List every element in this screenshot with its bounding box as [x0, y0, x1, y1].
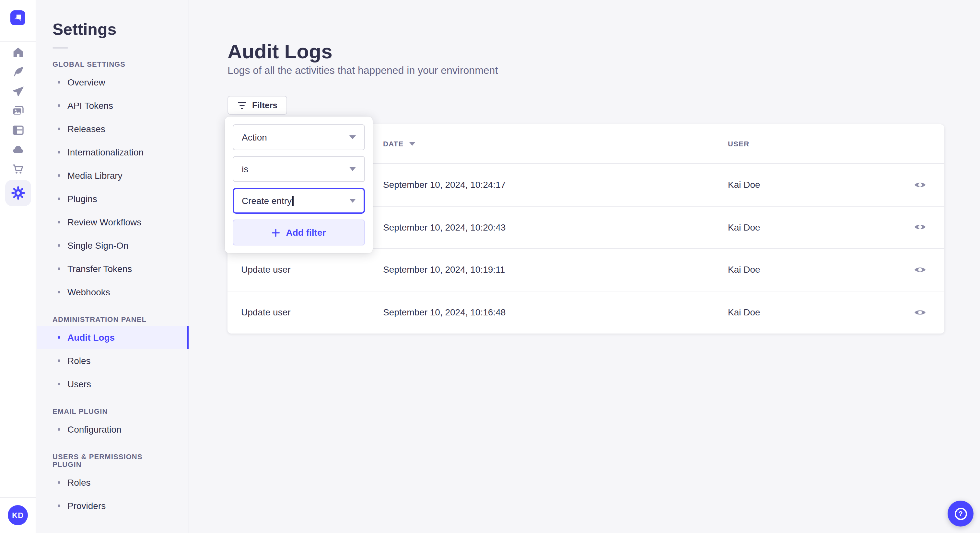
- view-details-eye-icon[interactable]: [911, 263, 929, 276]
- section-label: USERS & PERMISSIONS PLUGIN: [52, 453, 173, 468]
- cart-icon[interactable]: [0, 159, 36, 179]
- chevron-down-icon: [349, 167, 356, 171]
- main-content: Audit Logs Logs of all the activities th…: [190, 0, 980, 533]
- strapi-logo-icon: [10, 10, 25, 25]
- page-title: Audit Logs: [228, 40, 332, 64]
- main-nav-strip: KD: [0, 0, 36, 533]
- strip-icon-list: [0, 43, 36, 207]
- layout-icon[interactable]: [0, 121, 36, 140]
- cell-user: Kai Doe: [728, 222, 907, 233]
- filter-popup: Action is Create entry Add filter: [225, 117, 373, 253]
- filters-button[interactable]: Filters: [228, 96, 287, 115]
- active-nav-pill: [5, 180, 31, 206]
- bullet-icon: [58, 336, 60, 339]
- bullet-icon: [58, 151, 60, 154]
- bullet-icon: [58, 291, 60, 293]
- strip-bottom-divider: [0, 497, 36, 498]
- bullet-icon: [58, 383, 60, 385]
- sidebar-title: Settings: [52, 19, 189, 39]
- sidebar-item-single-sign-on[interactable]: Single Sign-On: [37, 234, 189, 257]
- add-filter-label: Add filter: [286, 227, 326, 238]
- view-details-eye-icon[interactable]: [911, 178, 929, 192]
- plus-icon: [272, 228, 280, 237]
- help-button[interactable]: ?: [948, 501, 974, 527]
- sidebar-item-api-tokens[interactable]: API Tokens: [37, 94, 189, 117]
- view-details-eye-icon[interactable]: [911, 306, 929, 319]
- bullet-icon: [58, 81, 60, 84]
- page-subtitle: Logs of all the activities that happened…: [228, 65, 498, 76]
- sidebar-item-webhooks[interactable]: Webhooks: [37, 281, 189, 304]
- cloud-icon[interactable]: [0, 140, 36, 159]
- sidebar-item-up-providers[interactable]: Providers: [37, 494, 189, 517]
- filter-operator-value: is: [242, 164, 248, 174]
- bullet-icon: [58, 481, 60, 484]
- section-global-settings: GLOBAL SETTINGS Overview API Tokens Rele…: [37, 60, 189, 304]
- strapi-logo[interactable]: [10, 10, 25, 25]
- paper-plane-icon[interactable]: [0, 82, 36, 101]
- section-email-plugin: EMAIL PLUGIN Configuration: [37, 408, 189, 441]
- sidebar-item-admin-roles[interactable]: Roles: [37, 349, 189, 373]
- sidebar-item-review-workflows[interactable]: Review Workflows: [37, 211, 189, 234]
- bullet-icon: [58, 198, 60, 200]
- filter-icon: [237, 102, 247, 109]
- bullet-icon: [58, 174, 60, 177]
- sidebar-item-admin-users[interactable]: Users: [37, 373, 189, 396]
- home-icon[interactable]: [0, 43, 36, 62]
- filter-field-value: Action: [242, 132, 267, 143]
- bullet-icon: [58, 359, 60, 362]
- sidebar-item-internationalization[interactable]: Internationalization: [37, 141, 189, 164]
- table-row[interactable]: Update user September 10, 2024, 10:16:48…: [228, 291, 944, 333]
- sidebar-item-email-configuration[interactable]: Configuration: [37, 418, 189, 441]
- filters-button-label: Filters: [252, 100, 277, 110]
- chevron-down-icon: [349, 199, 356, 203]
- gear-icon[interactable]: [0, 179, 36, 207]
- chevron-down-icon: [349, 135, 356, 139]
- cell-date: September 10, 2024, 10:16:48: [383, 307, 728, 318]
- sidebar-item-overview[interactable]: Overview: [37, 71, 189, 94]
- section-label: EMAIL PLUGIN: [52, 408, 173, 415]
- cell-action: Update user: [241, 307, 383, 318]
- section-administration-panel: ADMINISTRATION PANEL Audit Logs Roles Us…: [37, 316, 189, 396]
- sort-desc-icon: [409, 142, 415, 146]
- sidebar-title-divider: [52, 47, 68, 49]
- sidebar-item-media-library[interactable]: Media Library: [37, 164, 189, 187]
- settings-sidebar: Settings GLOBAL SETTINGS Overview API To…: [37, 0, 189, 533]
- section-users-permissions-plugin: USERS & PERMISSIONS PLUGIN Roles Provide…: [37, 453, 189, 517]
- cell-date: September 10, 2024, 10:24:17: [383, 180, 728, 190]
- cell-date: September 10, 2024, 10:19:11: [383, 265, 728, 275]
- cell-user: Kai Doe: [728, 307, 907, 318]
- strip-divider: [0, 41, 36, 42]
- filter-value-text: Create entry: [242, 195, 292, 206]
- filter-value-combobox[interactable]: Create entry: [233, 188, 365, 214]
- section-label: GLOBAL SETTINGS: [52, 60, 173, 68]
- bullet-icon: [58, 504, 60, 507]
- bullet-icon: [58, 428, 60, 431]
- text-cursor: [292, 196, 293, 206]
- bullet-icon: [58, 104, 60, 107]
- sidebar-item-releases[interactable]: Releases: [37, 117, 189, 141]
- column-header-date[interactable]: DATE: [383, 140, 728, 148]
- add-filter-button[interactable]: Add filter: [233, 219, 365, 246]
- sidebar-item-audit-logs[interactable]: Audit Logs: [37, 326, 189, 349]
- bullet-icon: [58, 221, 60, 224]
- bullet-icon: [58, 244, 60, 247]
- filter-field-select[interactable]: Action: [233, 124, 365, 150]
- cell-user: Kai Doe: [728, 265, 907, 275]
- sidebar-item-plugins[interactable]: Plugins: [37, 187, 189, 211]
- sidebar-item-transfer-tokens[interactable]: Transfer Tokens: [37, 257, 189, 281]
- question-mark-icon: ?: [955, 508, 967, 520]
- user-avatar[interactable]: KD: [8, 505, 28, 525]
- cell-user: Kai Doe: [728, 180, 907, 190]
- feather-icon[interactable]: [0, 62, 36, 82]
- cell-date: September 10, 2024, 10:20:43: [383, 222, 728, 233]
- filter-operator-select[interactable]: is: [233, 156, 365, 182]
- section-label: ADMINISTRATION PANEL: [52, 316, 173, 323]
- bullet-icon: [58, 268, 60, 270]
- table-row[interactable]: Update user September 10, 2024, 10:19:11…: [228, 249, 944, 291]
- view-details-eye-icon[interactable]: [911, 220, 929, 234]
- strapi-admin-app: KD Settings GLOBAL SETTINGS Overview API…: [0, 0, 980, 533]
- cell-action: Update user: [241, 265, 383, 275]
- column-header-user: USER: [728, 140, 907, 148]
- sidebar-item-up-roles[interactable]: Roles: [37, 471, 189, 494]
- media-library-icon[interactable]: [0, 101, 36, 121]
